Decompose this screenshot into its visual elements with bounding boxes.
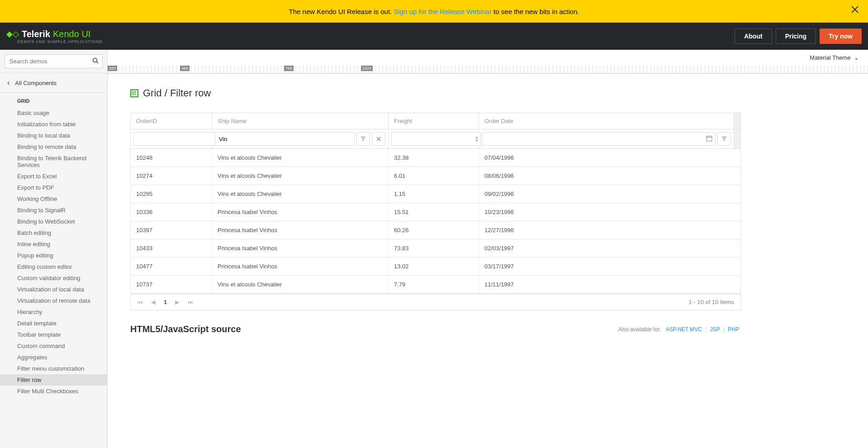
cell-shipname: Vins et alcools Chevalier xyxy=(212,185,389,203)
sidebar-item[interactable]: Filter row xyxy=(0,374,107,386)
back-all-components[interactable]: ‹ All Components xyxy=(0,73,107,93)
pager-last-icon[interactable]: ⏭ xyxy=(188,299,194,305)
logo[interactable]: ◆◇ Telerik Kendo UI DEMOS AND SAMPLE APP… xyxy=(6,29,103,44)
table-row[interactable]: 10336Princesa Isabel Vinhos15.5110/23/19… xyxy=(131,203,740,221)
cell-freight: 73.83 xyxy=(389,239,479,257)
calendar-icon[interactable] xyxy=(706,135,712,143)
sidebar-item[interactable]: Virtualization of remote data xyxy=(0,295,107,306)
sidebar-item[interactable]: Initialization from table xyxy=(0,119,107,130)
filter-input-shipname[interactable] xyxy=(215,133,354,145)
search-input[interactable] xyxy=(5,55,102,68)
table-row[interactable]: 10397Princesa Isabel Vinhos60.2612/27/19… xyxy=(131,221,740,239)
cell-shipname: Princesa Isabel Vinhos xyxy=(212,221,389,239)
promo-banner: The new Kendo UI Release is out. Sign up… xyxy=(0,0,868,23)
sidebar-item[interactable]: Virtualization of local data xyxy=(0,284,107,295)
try-now-button[interactable]: Try now xyxy=(820,29,862,44)
logo-brand: Telerik xyxy=(22,29,50,39)
sidebar-item[interactable]: Hierarchy xyxy=(0,306,107,318)
pager-current-page[interactable]: 1 xyxy=(164,299,167,305)
banner-link[interactable]: Sign up for the Release Webinar xyxy=(394,8,492,15)
ruler-mark: 480 xyxy=(180,66,190,71)
cell-freight: 13.02 xyxy=(389,257,479,275)
search-icon[interactable] xyxy=(92,57,99,65)
sidebar-item[interactable]: Custom validator editing xyxy=(0,272,107,284)
spinner-icon[interactable]: ▲▼ xyxy=(475,136,479,142)
ruler-mark: 320 xyxy=(108,66,117,71)
table-row[interactable]: 10248Vins et alcools Chevalier32.3807/04… xyxy=(131,149,740,167)
also-link-aspnet[interactable]: ASP.NET MVC xyxy=(666,326,702,333)
sidebar-item[interactable]: Basic usage xyxy=(0,107,107,119)
theme-selector[interactable]: Material Theme xyxy=(810,54,850,61)
logo-subtitle: DEMOS AND SAMPLE APPLICATIONS xyxy=(17,39,103,44)
cell-freight: 32.38 xyxy=(389,149,479,167)
nav-group-title: GRID xyxy=(0,93,107,107)
table-row[interactable]: 10477Princesa Isabel Vinhos13.0203/17/19… xyxy=(131,257,740,276)
sidebar-item[interactable]: Binding to WebSocket xyxy=(0,216,107,227)
grid-body[interactable]: 10248Vins et alcools Chevalier32.3807/04… xyxy=(131,149,740,294)
pager-prev-icon[interactable]: ◀ xyxy=(151,299,156,305)
also-link-jsp[interactable]: JSP xyxy=(710,326,720,333)
filter-icon[interactable] xyxy=(356,132,370,146)
filter-input-orderdate[interactable] xyxy=(482,133,706,145)
filter-icon[interactable] xyxy=(717,132,731,146)
cell-orderdate: 02/03/1997 xyxy=(479,239,740,257)
column-header-orderdate[interactable]: Order Date xyxy=(479,113,734,129)
sidebar-item[interactable]: Popup editing xyxy=(0,250,107,261)
sidebar-item[interactable]: Working Offline xyxy=(0,193,107,205)
cell-shipname: Princesa Isabel Vinhos xyxy=(212,239,389,257)
cell-shipname: Vins et alcools Chevalier xyxy=(212,167,389,185)
cell-orderid: 10295 xyxy=(131,185,212,203)
pager-summary: 1 - 10 of 10 items xyxy=(689,299,734,305)
table-row[interactable]: 10737Vins et alcools Chevalier7.7911/11/… xyxy=(131,276,740,294)
cell-orderid: 10737 xyxy=(131,276,212,293)
pager-next-icon[interactable]: ▶ xyxy=(175,299,180,305)
sidebar-item[interactable]: Editing custom editor xyxy=(0,261,107,272)
cell-orderid: 10477 xyxy=(131,257,212,275)
sidebar-item[interactable]: Binding to local data xyxy=(0,130,107,141)
sidebar-item[interactable]: Filter menu customization xyxy=(0,363,107,374)
sidebar-item[interactable]: Binding to remote data xyxy=(0,141,107,153)
also-link-php[interactable]: PHP xyxy=(728,326,739,333)
sidebar-item[interactable]: Export to Excel xyxy=(0,171,107,182)
column-header-orderid[interactable]: OrderID xyxy=(131,113,212,129)
sidebar-item[interactable]: Batch editing xyxy=(0,227,107,238)
svg-rect-1 xyxy=(707,136,712,141)
sidebar-item[interactable]: Filter Multi Checkboxes xyxy=(0,386,107,397)
data-grid: OrderID Ship Name Freight Order Date ▲▼ xyxy=(130,113,741,310)
sidebar-item[interactable]: Export to PDF xyxy=(0,182,107,193)
column-header-shipname[interactable]: Ship Name xyxy=(212,113,389,129)
sidebar-item[interactable]: Detail template xyxy=(0,318,107,329)
grid-icon xyxy=(130,89,138,97)
sidebar-item[interactable]: Inline editing xyxy=(0,238,107,250)
column-header-freight[interactable]: Freight xyxy=(389,113,479,129)
cell-orderid: 10336 xyxy=(131,203,212,221)
sidebar-item[interactable]: Binding to SignalR xyxy=(0,205,107,216)
cell-shipname: Princesa Isabel Vinhos xyxy=(212,257,389,275)
chevron-down-icon[interactable]: ⌄ xyxy=(854,54,859,61)
sidebar-item[interactable]: Custom command xyxy=(0,340,107,352)
pager-first-icon[interactable]: ⏮ xyxy=(137,299,143,305)
main-content: Material Theme ⌄ 3204807681024 Grid / Fi… xyxy=(108,50,868,448)
banner-text-before: The new Kendo UI Release is out. xyxy=(289,8,394,15)
sidebar-item[interactable]: Aggregates xyxy=(0,352,107,363)
cell-shipname: Vins et alcools Chevalier xyxy=(212,276,389,293)
cell-orderdate: 10/23/1996 xyxy=(479,203,740,221)
logo-product: Kendo UI xyxy=(53,29,90,39)
sidebar-item[interactable]: Binding to Telerik Backend Services xyxy=(0,153,107,171)
filter-input-orderid[interactable] xyxy=(134,133,217,145)
filter-input-freight[interactable] xyxy=(392,133,475,145)
table-row[interactable]: 10274Vins et alcools Chevalier6.0108/06/… xyxy=(131,167,740,185)
ruler-mark: 768 xyxy=(284,66,294,71)
close-icon[interactable] xyxy=(851,5,859,16)
cell-shipname: Vins et alcools Chevalier xyxy=(212,149,389,167)
pricing-button[interactable]: Pricing xyxy=(776,29,816,44)
clear-filter-icon[interactable] xyxy=(372,132,385,146)
about-button[interactable]: About xyxy=(735,29,772,44)
table-row[interactable]: 10433Princesa Isabel Vinhos73.8302/03/19… xyxy=(131,239,740,257)
table-row[interactable]: 10295Vins et alcools Chevalier1.1509/02/… xyxy=(131,185,740,203)
page-title: Grid / Filter row xyxy=(143,87,211,99)
cell-freight: 1.15 xyxy=(389,185,479,203)
sidebar-item[interactable]: Toolbar template xyxy=(0,329,107,340)
cell-orderdate: 12/27/1996 xyxy=(479,221,740,239)
cell-freight: 15.51 xyxy=(389,203,479,221)
